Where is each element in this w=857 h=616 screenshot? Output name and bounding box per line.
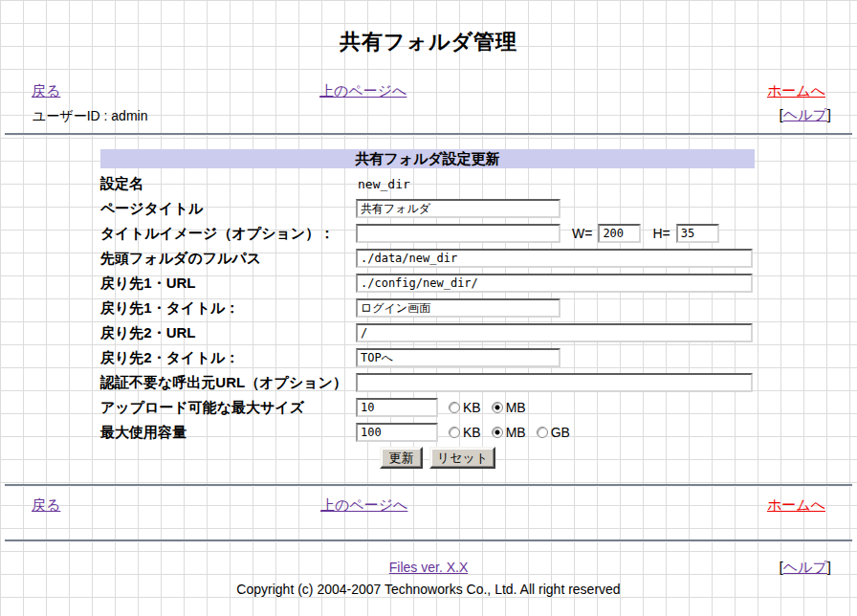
- copyright-text: Copyright (c) 2004-2007 Technoworks Co.,…: [0, 582, 857, 597]
- max-upload-input[interactable]: [356, 398, 438, 417]
- form-header-bar: 共有フォルダ設定更新: [100, 149, 755, 168]
- form-rows: 設定名 new_dir ページタイトル タイトルイメージ（オプション）： W= …: [100, 171, 755, 469]
- help-link-bottom[interactable]: ヘルプ: [783, 559, 827, 575]
- files-version-link[interactable]: Files ver. X.X: [389, 560, 468, 575]
- capacity-kb-group: KB: [449, 425, 481, 440]
- capacity-gb-label: GB: [551, 425, 570, 440]
- update-button[interactable]: 更新: [380, 447, 423, 469]
- reset-button[interactable]: リセット: [429, 447, 495, 469]
- divider-top: [5, 133, 852, 135]
- return1-url-label: 戻り先1・URL: [100, 275, 356, 293]
- back-link-top[interactable]: 戻る: [32, 82, 60, 100]
- return1-title-label: 戻り先1・タイトル：: [100, 299, 356, 318]
- help-link-top-wrap: [ヘルプ]: [780, 106, 831, 124]
- max-capacity-input[interactable]: [356, 423, 438, 442]
- home-link-bottom[interactable]: ホームへ: [767, 496, 825, 515]
- help-link-top[interactable]: ヘルプ: [783, 106, 827, 122]
- max-upload-row: アップロード可能な最大サイズ KB MB: [100, 395, 755, 420]
- return1-title-row: 戻り先1・タイトル：: [100, 296, 755, 320]
- max-upload-label: アップロード可能な最大サイズ: [100, 399, 356, 417]
- noauth-url-label: 認証不要な呼出元URL（オプション）: [100, 374, 356, 392]
- return2-url-input[interactable]: [356, 323, 753, 342]
- image-height-input[interactable]: [676, 224, 719, 243]
- height-label: H=: [652, 226, 670, 241]
- upload-mb-label: MB: [506, 400, 526, 415]
- noauth-url-row: 認証不要な呼出元URL（オプション）: [100, 370, 755, 395]
- upload-kb-group: KB: [449, 400, 481, 415]
- setting-name-label: 設定名: [100, 175, 356, 193]
- return2-title-row: 戻り先2・タイトル：: [100, 345, 755, 370]
- bracket-close: ]: [827, 559, 831, 575]
- shared-folder-settings-form: 共有フォルダ設定更新 設定名 new_dir ページタイトル タイトルイメージ（…: [100, 149, 755, 469]
- shared-folder-admin-page: 共有フォルダ管理 戻る 上のページへ ホームへ ユーザーID : admin […: [0, 0, 857, 616]
- return1-url-input[interactable]: [356, 274, 753, 293]
- return2-url-row: 戻り先2・URL: [100, 320, 755, 345]
- capacity-kb-label: KB: [463, 425, 481, 440]
- page-title-row: ページタイトル: [100, 196, 755, 221]
- home-link-top[interactable]: ホームへ: [767, 82, 825, 100]
- page-title-label: ページタイトル: [100, 200, 356, 218]
- top-folder-path-label: 先頭フォルダのフルパス: [100, 250, 356, 268]
- capacity-kb-radio[interactable]: [449, 427, 460, 438]
- top-folder-path-row: 先頭フォルダのフルパス: [100, 246, 755, 271]
- upload-kb-label: KB: [463, 400, 481, 415]
- return2-title-input[interactable]: [356, 348, 560, 367]
- max-capacity-row: 最大使用容量 KB MB GB: [100, 420, 755, 445]
- version-row: Files ver. X.X: [0, 560, 857, 575]
- capacity-mb-label: MB: [506, 425, 526, 440]
- divider-middle: [5, 484, 852, 486]
- upload-kb-radio[interactable]: [449, 402, 460, 413]
- capacity-gb-group: GB: [537, 425, 570, 440]
- image-width-input[interactable]: [598, 224, 641, 243]
- capacity-mb-radio[interactable]: [492, 427, 503, 438]
- top-folder-path-input[interactable]: [356, 249, 753, 268]
- return1-url-row: 戻り先1・URL: [100, 271, 755, 296]
- page-title-input[interactable]: [356, 199, 560, 218]
- setting-name-row: 設定名 new_dir: [100, 171, 755, 196]
- upload-mb-radio[interactable]: [492, 402, 503, 413]
- setting-name-value: new_dir: [356, 177, 410, 191]
- max-capacity-label: 最大使用容量: [100, 424, 356, 442]
- help-link-bottom-wrap: [ヘルプ]: [780, 559, 831, 577]
- user-id-text: ユーザーID : admin: [33, 108, 147, 125]
- return2-title-label: 戻り先2・タイトル：: [100, 349, 356, 367]
- back-link-bottom[interactable]: 戻る: [32, 496, 60, 515]
- page-title: 共有フォルダ管理: [0, 28, 857, 56]
- capacity-mb-group: MB: [492, 425, 526, 440]
- noauth-url-input[interactable]: [356, 373, 753, 392]
- up-page-link-top[interactable]: 上のページへ: [319, 82, 407, 100]
- return2-url-label: 戻り先2・URL: [100, 324, 356, 342]
- width-label: W=: [572, 226, 592, 241]
- capacity-gb-radio[interactable]: [537, 427, 548, 438]
- title-image-row: タイトルイメージ（オプション）： W= H=: [100, 221, 755, 246]
- return1-title-input[interactable]: [356, 298, 560, 318]
- up-page-link-bottom[interactable]: 上のページへ: [320, 496, 407, 515]
- divider-bottom: [5, 539, 852, 541]
- upload-mb-group: MB: [492, 400, 526, 415]
- title-image-input[interactable]: [356, 224, 560, 243]
- title-image-label: タイトルイメージ（オプション）：: [100, 225, 356, 243]
- form-buttons-row: 更新 リセット: [380, 447, 755, 469]
- bracket-close: ]: [827, 106, 831, 122]
